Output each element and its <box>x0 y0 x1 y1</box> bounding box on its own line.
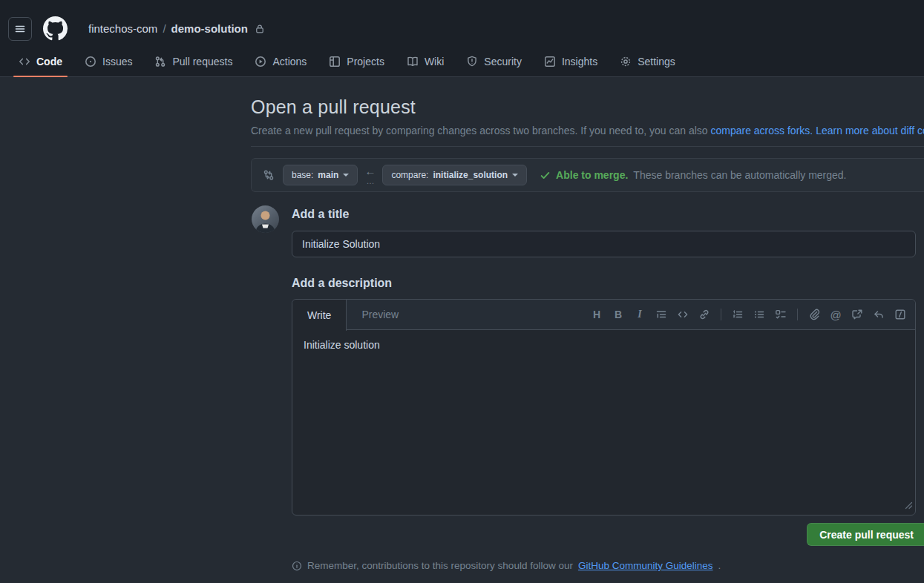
compare-direction: ← … <box>364 165 376 185</box>
compare-branch-value: initialize_solution <box>433 170 508 180</box>
italic-button[interactable]: I <box>629 304 650 325</box>
tab-label: Insights <box>562 56 597 67</box>
page-title: Open a pull request <box>251 96 924 118</box>
info-icon <box>292 561 302 571</box>
tab-label: Pull requests <box>172 56 232 67</box>
diff-comparisons-link[interactable]: Learn more about diff comparisons. <box>816 125 924 136</box>
compare-across-forks-link[interactable]: compare across forks. <box>710 125 813 136</box>
tab-pull-requests[interactable]: Pull requests <box>143 46 243 76</box>
quote-icon <box>655 309 667 320</box>
description-label: Add a description <box>292 274 916 290</box>
toolbar-divider <box>721 309 721 320</box>
create-pull-request-split-button: Create pull request <box>807 523 924 546</box>
cross-reference-icon <box>851 309 863 320</box>
tab-label: Issues <box>102 56 132 67</box>
pull-request-icon <box>154 56 166 67</box>
merge-status: Able to merge. These branches can be aut… <box>540 169 846 181</box>
pull-request-form: Add a title Add a description Write Prev… <box>251 205 916 571</box>
merge-status-bold: Able to merge. <box>556 169 628 181</box>
editor-header: Write Preview H B I <box>292 300 915 330</box>
resize-grip-icon[interactable] <box>904 499 913 513</box>
bullet-list-button[interactable] <box>749 304 770 325</box>
code-icon <box>677 309 689 320</box>
markdown-editor: Write Preview H B I <box>292 299 916 516</box>
tab-code[interactable]: Code <box>7 46 73 76</box>
breadcrumb-owner-link[interactable]: fintechos-com <box>88 22 157 35</box>
heading-button[interactable]: H <box>586 304 607 325</box>
form-actions: Create pull request <box>292 523 924 546</box>
repo-nav: Code Issues Pull requests Actions Projec… <box>0 46 924 76</box>
chevron-down-icon <box>512 174 518 177</box>
community-guidelines-link[interactable]: GitHub Community Guidelines <box>578 560 713 571</box>
breadcrumb-repo-link[interactable]: demo-solution <box>171 22 248 35</box>
branch-compare-bar: base:main ← … compare:initialize_solutio… <box>251 158 924 192</box>
hamburger-menu-button[interactable] <box>8 17 32 41</box>
base-branch-dropdown[interactable]: base:main <box>283 165 358 185</box>
base-branch-label: base: <box>292 170 313 180</box>
tab-label: Projects <box>347 56 384 67</box>
merge-status-note: These branches can be automatically merg… <box>633 169 846 181</box>
range-dots: … <box>366 177 374 185</box>
bullet-list-icon <box>753 309 765 320</box>
tab-label: Wiki <box>425 56 444 67</box>
breadcrumb: fintechos-com / demo-solution <box>88 22 265 35</box>
toolbar-divider <box>797 309 798 320</box>
create-pull-request-button[interactable]: Create pull request <box>807 524 924 545</box>
paperclip-icon <box>808 309 820 320</box>
code-icon <box>19 56 30 67</box>
task-list-button[interactable] <box>770 304 791 325</box>
italic-icon: I <box>638 309 641 320</box>
tab-security[interactable]: Security <box>455 46 533 76</box>
attach-file-button[interactable] <box>804 304 825 325</box>
title-input[interactable] <box>292 231 916 257</box>
header-top-row: fintechos-com / demo-solution <box>0 0 924 46</box>
projects-icon <box>329 56 341 67</box>
cross-reference-button[interactable] <box>847 304 868 325</box>
page-subtitle: Create a new pull request by comparing c… <box>251 125 924 136</box>
bold-icon: B <box>615 309 622 320</box>
tab-wiki[interactable]: Wiki <box>396 46 455 76</box>
code-button[interactable] <box>672 304 693 325</box>
settings-gear-icon <box>620 56 632 67</box>
reply-icon <box>873 309 885 320</box>
tab-preview[interactable]: Preview <box>347 300 413 330</box>
tab-issues[interactable]: Issues <box>73 46 143 76</box>
tab-write[interactable]: Write <box>292 300 347 331</box>
numbered-list-icon <box>732 309 744 320</box>
divider <box>251 146 924 147</box>
base-branch-value: main <box>318 170 338 180</box>
left-arrow-icon: ← <box>364 165 376 177</box>
quote-button[interactable] <box>651 304 672 325</box>
title-label: Add a title <box>292 205 916 221</box>
avatar <box>252 205 279 233</box>
mention-button[interactable]: @ <box>825 304 846 325</box>
link-icon <box>698 309 710 320</box>
note-suffix: . <box>718 560 721 571</box>
heading-icon: H <box>593 309 600 320</box>
compare-branch-label: compare: <box>391 170 428 180</box>
git-compare-icon <box>263 169 275 181</box>
tab-insights[interactable]: Insights <box>533 46 609 76</box>
tab-projects[interactable]: Projects <box>318 46 396 76</box>
saved-replies-button[interactable] <box>868 304 889 325</box>
actions-icon <box>255 56 266 67</box>
hamburger-icon <box>14 23 26 35</box>
chevron-down-icon <box>343 174 349 177</box>
tab-label: Security <box>484 56 522 67</box>
check-icon <box>540 170 551 181</box>
link-button[interactable] <box>694 304 715 325</box>
github-logo-icon[interactable] <box>43 16 68 41</box>
slash-commands-button[interactable] <box>890 304 911 325</box>
description-textarea[interactable]: Initialize solution <box>292 330 915 515</box>
compare-branch-dropdown[interactable]: compare:initialize_solution <box>382 165 527 185</box>
bold-button[interactable]: B <box>608 304 629 325</box>
wiki-icon <box>407 56 419 67</box>
markdown-toolbar: H B I @ <box>586 304 915 325</box>
security-icon <box>466 56 478 67</box>
tab-settings[interactable]: Settings <box>609 46 687 76</box>
tab-label: Code <box>36 56 62 67</box>
numbered-list-button[interactable] <box>727 304 748 325</box>
tab-actions[interactable]: Actions <box>243 46 318 76</box>
task-list-icon <box>775 309 787 320</box>
app-header: fintechos-com / demo-solution Code Issue… <box>0 0 924 77</box>
